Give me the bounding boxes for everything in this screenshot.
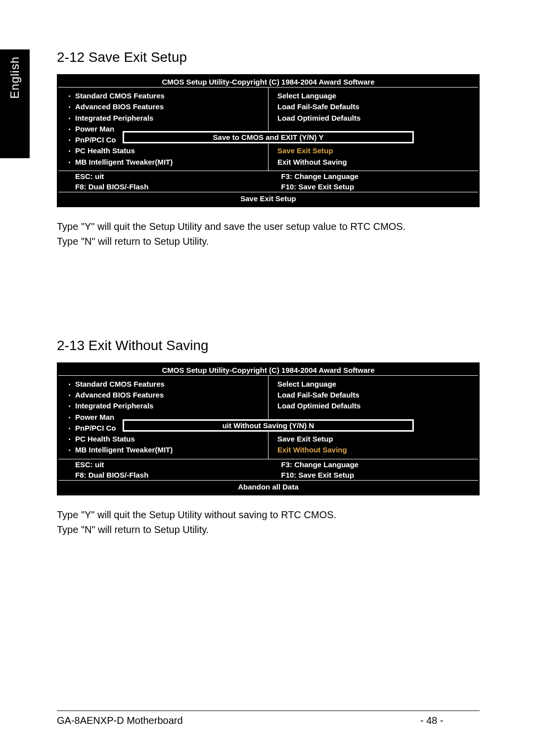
hint-f3: F3: Change Language	[272, 171, 479, 181]
section-description: Type "Y" will quit the Setup Utility wit…	[57, 507, 480, 537]
dialog-text: uit Without Saving (Y/N) N	[222, 421, 314, 430]
dialog-text: Save to CMOS and EXIT (Y/N) Y	[213, 133, 324, 141]
bios-screen-save-exit: CMOS Setup Utility-Copyright (C) 1984-20…	[57, 74, 480, 207]
footer-product-name: GA-8AENXP-D Motherboard	[57, 715, 420, 726]
menu-item[interactable]: PC Health Status	[58, 145, 268, 156]
bios-right-column: Select Language Load Fail-Safe Defaults …	[268, 376, 478, 459]
desc-line: Type "N" will return to Setup Utility.	[57, 522, 480, 537]
language-label: English	[8, 56, 22, 99]
hint-esc: ESC: uit	[58, 171, 272, 181]
menu-item[interactable]: Save Exit Setup	[268, 434, 478, 445]
hint-f3: F3: Change Language	[272, 459, 479, 470]
menu-item[interactable]: Integrated Peripherals	[58, 113, 268, 124]
footer-page-number: - 48 -	[420, 715, 480, 726]
menu-item[interactable]: Load Optimied Defaults	[268, 400, 478, 411]
menu-item[interactable]: Load Fail-Safe Defaults	[268, 101, 478, 112]
hint-f8: F8: Dual BIOS/-Flash	[58, 470, 272, 480]
language-tab: English	[0, 49, 30, 158]
bios-title: CMOS Setup Utility-Copyright (C) 1984-20…	[58, 364, 478, 376]
bios-hint-row: F8: Dual BIOS/-Flash F10: Save Exit Setu…	[58, 181, 478, 192]
bios-hint-row: ESC: uit F3: Change Language	[58, 171, 478, 181]
menu-item[interactable]: Select Language	[268, 90, 478, 101]
menu-item[interactable]: Advanced BIOS Features	[58, 101, 268, 112]
desc-line: Type "N" will return to Setup Utility.	[57, 234, 480, 249]
bios-hint-row: F8: Dual BIOS/-Flash F10: Save Exit Setu…	[58, 470, 478, 480]
hint-f10: F10: Save Exit Setup	[272, 470, 479, 480]
desc-line: Type "Y" will quit the Setup Utility and…	[57, 219, 480, 234]
section-heading-save-exit: 2-12 Save Exit Setup	[57, 49, 480, 65]
bios-footer: Save Exit Setup	[58, 192, 478, 206]
bios-footer: Abandon all Data	[58, 480, 478, 494]
menu-item[interactable]: Select Language	[268, 379, 478, 390]
menu-item[interactable]: Load Optimied Defaults	[268, 113, 478, 124]
hint-f8: F8: Dual BIOS/-Flash	[58, 181, 272, 192]
page-footer: GA-8AENXP-D Motherboard - 48 -	[57, 711, 480, 726]
bios-screen-exit-without-saving: CMOS Setup Utility-Copyright (C) 1984-20…	[57, 362, 480, 495]
bios-hint-row: ESC: uit F3: Change Language	[58, 459, 478, 470]
menu-item[interactable]: Standard CMOS Features	[58, 379, 268, 390]
menu-item[interactable]: Exit Without Saving	[268, 157, 478, 168]
hint-f10: F10: Save Exit Setup	[272, 181, 479, 192]
menu-item[interactable]: MB Intelligent Tweaker(MIT)	[58, 445, 268, 455]
menu-item[interactable]: MB Intelligent Tweaker(MIT)	[58, 157, 268, 168]
section-heading-exit-without-saving: 2-13 Exit Without Saving	[57, 338, 480, 354]
menu-item[interactable]: Standard CMOS Features	[58, 90, 268, 101]
bios-right-column: Select Language Load Fail-Safe Defaults …	[268, 88, 478, 171]
bios-left-column: Standard CMOS Features Advanced BIOS Fea…	[58, 88, 268, 171]
bios-title: CMOS Setup Utility-Copyright (C) 1984-20…	[58, 76, 478, 88]
menu-item[interactable]: Load Fail-Safe Defaults	[268, 390, 478, 400]
bios-menu-columns: Standard CMOS Features Advanced BIOS Fea…	[58, 88, 478, 171]
section-description: Type "Y" will quit the Setup Utility and…	[57, 219, 480, 249]
dialog-quit-without-saving[interactable]: uit Without Saving (Y/N) N	[123, 419, 414, 432]
menu-item[interactable]: Integrated Peripherals	[58, 400, 268, 411]
menu-item-highlighted[interactable]: Save Exit Setup	[268, 145, 478, 156]
bios-menu-columns: Standard CMOS Features Advanced BIOS Fea…	[58, 376, 478, 459]
menu-item-highlighted[interactable]: Exit Without Saving	[268, 445, 478, 455]
menu-item[interactable]: Advanced BIOS Features	[58, 390, 268, 400]
menu-item[interactable]: PC Health Status	[58, 434, 268, 445]
dialog-save-to-cmos[interactable]: Save to CMOS and EXIT (Y/N) Y	[123, 131, 414, 143]
bios-left-column: Standard CMOS Features Advanced BIOS Fea…	[58, 376, 268, 459]
desc-line: Type "Y" will quit the Setup Utility wit…	[57, 507, 480, 522]
hint-esc: ESC: uit	[58, 459, 272, 470]
